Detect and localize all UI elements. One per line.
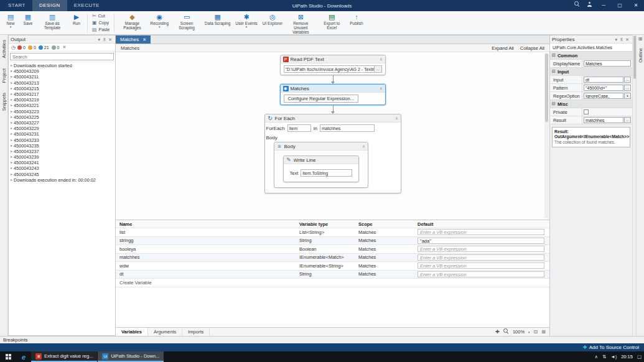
- booleya[interactable]: booleya Boolean Matches Enter a VB expre…: [116, 245, 549, 254]
- close-button[interactable]: ✕: [628, 0, 644, 11]
- action-center-icon[interactable]: ▢: [637, 354, 642, 360]
- close-icon[interactable]: ✕: [624, 37, 630, 42]
- expression-editor-button[interactable]: ...: [624, 85, 631, 91]
- user-account-icon[interactable]: [583, 0, 595, 11]
- taskbar-clock[interactable]: 20:15: [621, 354, 633, 360]
- warnings-filter[interactable]: 0: [28, 45, 36, 50]
- collapse-icon[interactable]: [394, 117, 399, 119]
- foreach-list-input[interactable]: matchhes: [320, 124, 375, 132]
- output-log-row[interactable]: 4500043223: [9, 109, 115, 114]
- output-log-row[interactable]: Downloads execution ended in: 00:00:02: [9, 177, 115, 183]
- pan-icon[interactable]: ✚: [495, 329, 500, 335]
- output-log-row[interactable]: 4500043239: [9, 154, 115, 160]
- minimize-button[interactable]: ─: [595, 0, 612, 11]
- wdw[interactable]: wdw IEnumerable<String> Matches Enter a …: [116, 262, 549, 271]
- stringg[interactable]: stringg String Matches "ada": [116, 237, 549, 246]
- side-panel-tab[interactable]: Project: [0, 63, 8, 88]
- output-log-row[interactable]: 4500043209: [9, 68, 115, 74]
- clear-output-icon[interactable]: ✕: [63, 45, 67, 50]
- activity-read-pdf-text[interactable]: P Read PDF Text "D:\UiPath Itochu\Invoic…: [280, 55, 386, 75]
- ribbon-button[interactable]: ▶ Run: [68, 12, 85, 34]
- list[interactable]: list List<String> Matches Enter a VB exp…: [116, 228, 549, 237]
- private-checkbox[interactable]: [584, 109, 589, 114]
- volume-icon[interactable]: ◄): [610, 354, 617, 360]
- collapse-icon[interactable]: [378, 87, 384, 90]
- expression-editor-button[interactable]: ...: [624, 117, 631, 123]
- side-panel-tab[interactable]: Snippets: [0, 88, 8, 116]
- output-log-row[interactable]: 4500043245: [9, 172, 115, 177]
- activity-header[interactable]: ✎ Write Line: [284, 156, 358, 164]
- breakpoints-bar[interactable]: Breakpoints: [0, 336, 644, 343]
- section-input[interactable]: ⊟ Input: [550, 68, 632, 76]
- pdf-path-input[interactable]: "D:\UiPath Itochu\Invoice Agency\AG 2 - …: [284, 65, 375, 73]
- output-log-row[interactable]: 4500043211: [9, 74, 115, 80]
- designer-scrollbar[interactable]: [544, 53, 549, 218]
- ribbon-button[interactable]: ▥ Save as Template: [37, 12, 68, 34]
- activity-header[interactable]: ✱ Matches: [281, 85, 385, 93]
- collapse-all-link[interactable]: Collapse All: [520, 45, 544, 51]
- pin-icon[interactable]: ⊼: [618, 37, 624, 42]
- foreach-item-input[interactable]: item: [287, 124, 311, 132]
- zoom-search-icon[interactable]: [503, 328, 509, 335]
- output-log-row[interactable]: 4500043243: [9, 165, 115, 171]
- tray-expand-icon[interactable]: ∧: [594, 354, 598, 360]
- default-value-input[interactable]: Enter a VB expression: [418, 246, 544, 252]
- ribbon-button[interactable]: ◎ UI Explorer: [260, 12, 286, 34]
- ribbon-button[interactable]: ↑ Publish: [347, 12, 365, 34]
- side-panel-tab[interactable]: Activities: [0, 35, 8, 63]
- activity-header[interactable]: ≡ Body: [274, 142, 368, 151]
- workflow-designer[interactable]: P Read PDF Text "D:\UiPath Itochu\Invoic…: [116, 52, 549, 220]
- displayname-input[interactable]: Matches: [584, 60, 631, 67]
- panel-tab[interactable]: Imports: [182, 328, 210, 336]
- activity-for-each[interactable]: ↻ For Each ForEach item in matchhes Body: [264, 114, 401, 193]
- ribbon-tab[interactable]: EXECUTE: [67, 0, 106, 11]
- ribbon-button[interactable]: ▤ New ▾: [2, 12, 19, 34]
- default-value-input[interactable]: "ada": [418, 238, 544, 244]
- default-value-input[interactable]: Enter a VB expression: [418, 262, 544, 269]
- activity-matches[interactable]: ✱ Matches Configure Regular Expression..…: [280, 84, 386, 105]
- close-icon[interactable]: ✕: [142, 35, 146, 44]
- zoom-level[interactable]: 100%: [513, 329, 525, 335]
- output-log-row[interactable]: 4500043229: [9, 126, 115, 131]
- fit-to-screen-icon[interactable]: ⊡: [534, 329, 538, 335]
- ribbon-button[interactable]: ▦ Data Scraping: [202, 12, 233, 34]
- chevron-down-icon[interactable]: ▾: [624, 93, 631, 99]
- ribbon-tab[interactable]: DESIGN: [32, 0, 67, 11]
- ribbon-button[interactable]: ⊠ Remove Unused Variables: [285, 12, 316, 34]
- output-log-row[interactable]: 4500043219: [9, 97, 115, 103]
- matchhes[interactable]: matchhes IEnumerable<Match> Matches Ente…: [116, 254, 549, 262]
- output-log-row[interactable]: 4500043221: [9, 103, 115, 108]
- expression-editor-button[interactable]: ...: [624, 77, 631, 83]
- collapse-icon[interactable]: [361, 145, 366, 147]
- add-to-source-control-button[interactable]: Add To Source Control: [589, 345, 639, 350]
- ribbon-button[interactable]: ▤ Paste: [90, 26, 112, 33]
- section-misc[interactable]: ⊟ Misc: [550, 100, 632, 108]
- window-position-icon[interactable]: ▾: [614, 37, 618, 42]
- ribbon-button[interactable]: ◆ Manage Packages: [116, 12, 147, 34]
- activity-body-sequence[interactable]: ≡ Body ✎ Write Line: [274, 142, 368, 188]
- ribbon-button[interactable]: ▤ Export to Excel: [316, 12, 347, 34]
- side-panel-tab[interactable]: Outline: [637, 43, 644, 68]
- chevron-down-icon[interactable]: ▾: [528, 330, 530, 334]
- info-filter[interactable]: 21: [39, 45, 49, 50]
- configure-regex-button[interactable]: Configure Regular Expression...: [284, 95, 358, 103]
- default-value-input[interactable]: Enter a VB expression: [418, 229, 544, 235]
- output-log-row[interactable]: Downloads execution started: [9, 63, 115, 68]
- dock-grid-icon[interactable]: ⊞: [637, 35, 644, 43]
- input-value-input[interactable]: dt: [584, 77, 623, 83]
- section-common[interactable]: ⊟ Common: [550, 52, 632, 60]
- breadcrumb[interactable]: Matches: [121, 45, 485, 51]
- write-line-text-input[interactable]: item.ToString: [301, 169, 352, 177]
- overview-icon[interactable]: ⊞: [541, 329, 546, 335]
- output-log-row[interactable]: 4500043237: [9, 149, 115, 154]
- output-log-row[interactable]: 4500043215: [9, 86, 115, 91]
- panel-tab[interactable]: Variables: [116, 328, 148, 336]
- pattern-value-input[interactable]: "45000\d+": [584, 85, 623, 91]
- ribbon-button[interactable]: ▦ Save: [19, 12, 37, 34]
- regexoption-select[interactable]: IgnoreCase,: [584, 93, 623, 99]
- document-tab-matches[interactable]: Matches ✕: [116, 35, 151, 44]
- output-log-row[interactable]: 4500043233: [9, 137, 115, 142]
- start-button[interactable]: [0, 351, 16, 362]
- timer-icon[interactable]: ◷: [11, 45, 16, 50]
- activity-write-line[interactable]: ✎ Write Line Text item.ToString: [283, 155, 359, 182]
